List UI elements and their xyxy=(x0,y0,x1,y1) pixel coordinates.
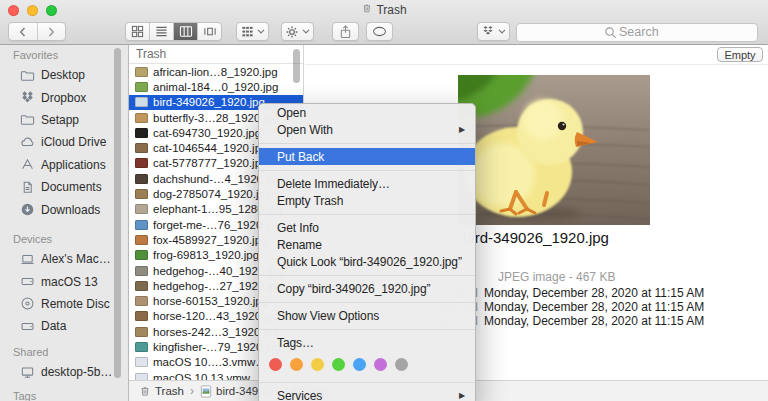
sidebar-item-applications[interactable]: Applications xyxy=(0,154,128,176)
list-view-button[interactable] xyxy=(150,23,174,40)
tag-color-dot[interactable] xyxy=(374,358,387,371)
path-item-trash[interactable]: Trash xyxy=(139,385,184,398)
menu-item-rename[interactable]: Rename xyxy=(259,236,475,253)
sidebar-item-documents[interactable]: Documents xyxy=(0,176,128,198)
menu-item-label: Services xyxy=(277,389,322,401)
file-thumbnail-icon xyxy=(135,220,148,230)
file-thumbnail-icon xyxy=(135,266,148,276)
tag-color-dot[interactable] xyxy=(269,358,282,371)
menu-item-label: Open With xyxy=(277,123,333,137)
file-thumbnail-icon xyxy=(135,296,148,306)
menu-item-label: Rename xyxy=(277,238,322,252)
documents-icon xyxy=(19,179,35,195)
folder-icon xyxy=(19,67,35,83)
sidebar-item-dropbox[interactable]: Dropbox xyxy=(0,86,128,108)
empty-trash-button[interactable]: Empty xyxy=(717,47,763,62)
applications-icon xyxy=(19,157,35,173)
sidebar-item-label: iCloud Drive xyxy=(41,135,106,149)
tag-color-dot[interactable] xyxy=(311,358,324,371)
menu-item-show-view-options[interactable]: Show View Options xyxy=(259,307,475,324)
sidebar-section-tags: Tags xyxy=(0,387,128,401)
menu-item-tags[interactable]: Tags… xyxy=(259,334,475,351)
sidebar-item-downloads[interactable]: Downloads xyxy=(0,198,128,220)
tag-color-dot[interactable] xyxy=(353,358,366,371)
disc-icon xyxy=(19,296,35,312)
close-button[interactable] xyxy=(8,5,19,16)
display-icon xyxy=(19,364,35,380)
file-thumbnail-icon xyxy=(135,97,148,107)
menu-separator xyxy=(259,302,475,303)
preview-image xyxy=(458,75,650,225)
zoom-button[interactable] xyxy=(46,5,57,16)
file-row[interactable]: african-lion…8_1920.jpg xyxy=(129,64,303,79)
file-thumbnail-icon xyxy=(135,342,148,352)
preview-detail-value: Monday, December 28, 2020 at 11:15 AM xyxy=(484,300,704,314)
menu-item-label: Put Back xyxy=(277,150,324,164)
menu-item-delete-immediately[interactable]: Delete Immediately… xyxy=(259,175,475,192)
tags-button[interactable] xyxy=(366,22,393,41)
sidebar-item-data[interactable]: Data xyxy=(0,315,128,337)
menu-tag-dots xyxy=(259,351,475,377)
sidebar-section-label: Favorites xyxy=(0,46,128,64)
tag-color-dot[interactable] xyxy=(332,358,345,371)
action-menu-button[interactable] xyxy=(281,22,314,41)
menu-item-get-info[interactable]: Get Info xyxy=(259,219,475,236)
file-name: cat-5778777_1920.jpg xyxy=(153,157,267,169)
menu-item-services[interactable]: Services▶ xyxy=(259,387,475,401)
submenu-arrow-icon: ▶ xyxy=(459,391,469,400)
file-thumbnail-icon xyxy=(135,281,148,291)
gallery-view-button[interactable] xyxy=(198,23,221,40)
file-thumbnail-icon xyxy=(135,67,148,77)
file-name: bird-349026_1920.jpg xyxy=(153,96,265,108)
sidebar-section-label: Shared xyxy=(0,343,128,361)
sidebar-item-icloud-drive[interactable]: iCloud Drive xyxy=(0,131,128,153)
sidebar-item-setapp[interactable]: Setapp xyxy=(0,109,128,131)
menu-item-open[interactable]: Open xyxy=(259,104,475,121)
back-button[interactable] xyxy=(9,23,38,40)
hdd-icon xyxy=(19,318,35,334)
menu-item-label: Quick Look “bird-349026_1920.jpg” xyxy=(277,255,462,269)
file-thumbnail-icon xyxy=(135,250,148,260)
sidebar-item-alex-s-mac[interactable]: Alex's Mac… xyxy=(0,248,128,270)
sidebar-item-label: Data xyxy=(41,319,66,333)
context-menu: OpenOpen With▶Put BackDelete Immediately… xyxy=(258,103,476,401)
minimize-button[interactable] xyxy=(27,5,38,16)
menu-separator xyxy=(259,214,475,215)
dropbox-icon xyxy=(19,90,35,106)
file-row[interactable]: animal-184…0_1920.jpg xyxy=(129,79,303,94)
menu-item-copy-bird-349026-1920-jpg[interactable]: Copy “bird-349026_1920.jpg” xyxy=(259,280,475,297)
title-and-toolbar: Trash xyxy=(0,0,768,45)
group-by-button[interactable] xyxy=(236,22,269,41)
dropbox-menu-button[interactable] xyxy=(477,22,510,41)
preview-kind: JPEG image - 467 KB xyxy=(498,270,615,284)
sidebar-item-desktop[interactable]: Desktop xyxy=(0,64,128,86)
column-view-button[interactable] xyxy=(174,23,198,40)
search-input[interactable] xyxy=(516,23,758,42)
menu-item-open-with[interactable]: Open With▶ xyxy=(259,121,475,138)
tag-color-dot[interactable] xyxy=(395,358,408,371)
icon-view-button[interactable] xyxy=(126,23,150,40)
share-icon xyxy=(339,25,352,39)
file-name: cat-694730_1920.jpg xyxy=(153,127,261,139)
file-list-scrollbar[interactable] xyxy=(293,49,300,83)
menu-item-empty-trash[interactable]: Empty Trash xyxy=(259,192,475,209)
image-file-icon xyxy=(200,385,212,398)
file-thumbnail-icon xyxy=(135,174,148,184)
menu-item-label: Show View Options xyxy=(277,309,379,323)
file-name: cat-1046544_1920.jpg xyxy=(153,142,267,154)
menu-item-quick-look-bird-349026-1920-jpg[interactable]: Quick Look “bird-349026_1920.jpg” xyxy=(259,253,475,270)
sidebar-item-desktop-5b[interactable]: desktop-5b… xyxy=(0,361,128,383)
forward-button[interactable] xyxy=(38,23,66,40)
window-title-area: Trash xyxy=(361,2,406,18)
cloud-icon xyxy=(19,134,35,150)
file-thumbnail-icon xyxy=(135,327,148,337)
sidebar-item-macos-13[interactable]: macOS 13 xyxy=(0,270,128,292)
sidebar-section-label: Tags xyxy=(0,387,128,401)
file-name: fox-4589927_1920.jpg xyxy=(153,234,267,246)
sidebar-item-label: Desktop xyxy=(41,68,85,82)
sidebar-item-remote-disc[interactable]: Remote Disc xyxy=(0,293,128,315)
share-button[interactable] xyxy=(332,22,359,41)
sidebar-item-label: Remote Disc xyxy=(41,297,110,311)
tag-color-dot[interactable] xyxy=(290,358,303,371)
menu-item-put-back[interactable]: Put Back xyxy=(259,148,475,165)
